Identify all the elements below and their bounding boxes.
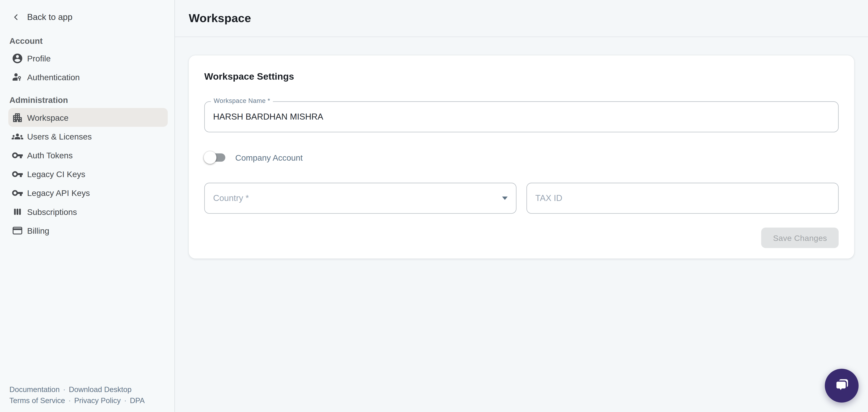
sidebar-item-label: Subscriptions [27,207,77,216]
groups-icon [11,130,23,142]
columns-icon [11,206,23,217]
footer-row-2: Terms of Service·Privacy Policy·DPA [9,395,145,406]
sidebar-item-profile[interactable]: Profile [8,49,168,67]
sidebar-item-label: Authentication [27,72,80,82]
workspace-settings-card: Workspace Settings Workspace Name * Comp… [189,55,854,259]
sidebar-footer: Documentation·Download Desktop Terms of … [9,384,145,406]
sidebar-item-auth-tokens[interactable]: Auth Tokens [8,146,168,164]
settings-sidebar: Back to app Account Profile Authenticati… [0,0,175,412]
chevron-left-icon [11,12,21,21]
workspace-name-input[interactable] [205,102,838,132]
sidebar-item-legacy-ci-keys[interactable]: Legacy CI Keys [8,165,168,183]
content-area: Workspace Settings Workspace Name * Comp… [175,37,868,259]
country-tax-row: Country * [204,183,839,214]
sidebar-item-authentication[interactable]: Authentication [8,68,168,86]
section-label-administration: Administration [9,95,165,105]
footer-link-privacy-policy[interactable]: Privacy Policy [74,396,121,405]
sidebar-item-label: Legacy API Keys [27,188,90,198]
separator-dot: · [68,396,71,405]
sidebar-item-label: Workspace [27,113,69,122]
section-label-account: Account [9,36,165,46]
card-title: Workspace Settings [204,70,839,83]
person-key-icon [11,71,23,83]
company-account-toggle[interactable] [204,151,226,164]
sidebar-item-label: Auth Tokens [27,150,73,160]
main-header: Workspace [175,0,868,37]
sidebar-item-label: Profile [27,54,51,63]
company-account-label: Company Account [235,152,303,162]
sidebar-item-label: Users & Licenses [27,131,92,141]
card-actions: Save Changes [204,228,839,248]
building-icon [11,112,23,123]
footer-link-download-desktop[interactable]: Download Desktop [69,385,131,394]
credit-card-icon [11,225,23,236]
country-select[interactable]: Country * [204,183,516,214]
main-area: Workspace Workspace Settings Workspace N… [175,0,868,412]
key-icon [11,168,23,180]
country-label: Country * [213,193,249,203]
key-icon [11,187,23,199]
sidebar-item-legacy-api-keys[interactable]: Legacy API Keys [8,183,168,202]
footer-row-1: Documentation·Download Desktop [9,384,145,395]
separator-dot: · [63,385,65,394]
sidebar-item-billing[interactable]: Billing [8,221,168,240]
footer-link-terms-of-service[interactable]: Terms of Service [9,396,65,405]
app-root: Back to app Account Profile Authenticati… [0,0,868,412]
sidebar-item-label: Legacy CI Keys [27,169,85,179]
sidebar-item-label: Billing [27,226,49,235]
account-circle-icon [11,52,23,64]
chat-bubbles-icon [833,377,850,394]
company-account-row: Company Account [204,147,839,168]
administration-nav: Workspace Users & Licenses Auth Tokens L… [0,108,175,240]
footer-link-dpa[interactable]: DPA [130,396,145,405]
dropdown-arrow-icon [502,197,507,200]
separator-dot: · [124,396,126,405]
sidebar-item-workspace[interactable]: Workspace [8,108,168,127]
tax-id-input[interactable] [527,183,838,213]
country-select-inner[interactable]: Country * [205,183,516,213]
back-to-app-link[interactable]: Back to app [11,9,175,24]
toggle-thumb [204,151,216,164]
chat-launcher-button[interactable] [825,369,859,403]
workspace-name-label: Workspace Name * [211,97,273,105]
footer-link-documentation[interactable]: Documentation [9,385,60,394]
account-nav: Profile Authentication [0,49,175,86]
sidebar-item-users-licenses[interactable]: Users & Licenses [8,127,168,146]
back-to-app-label: Back to app [27,12,72,22]
sidebar-item-subscriptions[interactable]: Subscriptions [8,202,168,221]
page-title: Workspace [189,11,251,25]
tax-id-field [526,183,839,214]
save-changes-button[interactable]: Save Changes [762,228,839,248]
key-icon [11,149,23,161]
workspace-name-field: Workspace Name * [204,101,839,133]
